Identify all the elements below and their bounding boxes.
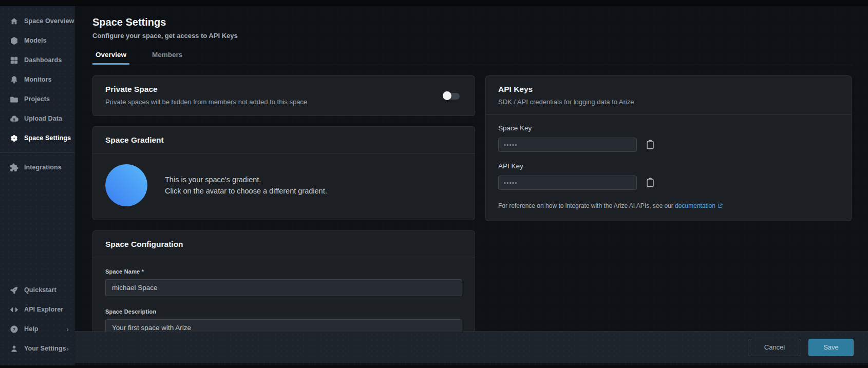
footer-action-bar: Cancel Save bbox=[75, 331, 868, 363]
puzzle-icon bbox=[9, 163, 18, 172]
private-space-toggle[interactable] bbox=[443, 91, 460, 101]
api-key-input[interactable] bbox=[498, 176, 637, 190]
main-content: Space Settings Configure your space, get… bbox=[75, 6, 868, 365]
space-key-label: Space Key bbox=[498, 124, 839, 132]
space-configuration-title: Space Configuration bbox=[105, 240, 462, 249]
sidebar-item-integrations[interactable]: Integrations bbox=[0, 158, 75, 177]
api-keys-footnote: For reference on how to integrate with t… bbox=[498, 202, 839, 209]
sidebar-item-space-settings[interactable]: Space Settings bbox=[0, 128, 75, 148]
sidebar-item-space-overview[interactable]: Space Overview bbox=[0, 11, 75, 31]
sidebar-item-label: Your Settings bbox=[24, 345, 66, 352]
sidebar-item-label: Space Settings bbox=[24, 134, 71, 142]
window-bottom-edge bbox=[0, 365, 868, 368]
sidebar-item-label: Space Overview bbox=[24, 17, 74, 25]
space-name-input[interactable] bbox=[105, 279, 462, 296]
sidebar-item-monitors[interactable]: Monitors bbox=[0, 70, 75, 89]
cube-icon bbox=[9, 36, 18, 45]
sidebar-item-label: Upload Data bbox=[24, 115, 62, 122]
grid-icon bbox=[9, 55, 18, 65]
tab-bar: Overview Members bbox=[92, 48, 852, 65]
sidebar-divider bbox=[0, 152, 75, 153]
gradient-line-2: Click on the avatar to choose a differen… bbox=[165, 185, 327, 197]
svg-text:?: ? bbox=[12, 326, 15, 332]
space-gradient-title: Space Gradient bbox=[105, 135, 462, 145]
footnote-text: For reference on how to integrate with t… bbox=[498, 202, 675, 209]
sidebar-item-quickstart[interactable]: Quickstart bbox=[0, 280, 75, 300]
window-top-edge bbox=[0, 0, 868, 6]
sidebar-item-api-explorer[interactable]: API Explorer bbox=[0, 300, 75, 319]
chevron-right-icon: › bbox=[67, 325, 69, 333]
save-button[interactable]: Save bbox=[808, 339, 854, 356]
private-space-title: Private Space bbox=[105, 85, 462, 94]
cloud-upload-icon bbox=[9, 114, 18, 123]
cancel-button[interactable]: Cancel bbox=[748, 339, 801, 356]
api-keys-card: API Keys SDK / API credentials for loggi… bbox=[485, 75, 852, 221]
question-circle-icon: ? bbox=[9, 324, 18, 334]
sidebar-item-label: Models bbox=[24, 37, 47, 44]
space-description-label: Space Description bbox=[105, 308, 462, 315]
clipboard-icon bbox=[645, 139, 656, 150]
space-name-label: Space Name * bbox=[105, 268, 462, 275]
rocket-icon bbox=[9, 285, 18, 295]
toggle-knob bbox=[443, 91, 451, 100]
sidebar-item-dashboards[interactable]: Dashboards bbox=[0, 50, 75, 70]
person-icon bbox=[9, 344, 18, 353]
documentation-link[interactable]: documentation bbox=[675, 202, 715, 209]
gradient-line-1: This is your space's gradient. bbox=[165, 174, 327, 185]
space-key-input[interactable] bbox=[498, 138, 637, 152]
copy-space-key-button[interactable] bbox=[645, 139, 656, 150]
chevron-right-icon: › bbox=[67, 345, 69, 353]
sidebar-item-your-settings[interactable]: Your Settings › bbox=[0, 339, 75, 358]
bell-icon bbox=[9, 75, 18, 84]
sidebar-item-help[interactable]: ? Help › bbox=[0, 319, 75, 339]
sidebar-item-label: Projects bbox=[24, 95, 50, 103]
space-gradient-card: Space Gradient This is your space's grad… bbox=[92, 126, 475, 220]
sidebar-item-label: Quickstart bbox=[24, 286, 56, 294]
external-link-icon bbox=[717, 202, 723, 209]
tab-members[interactable]: Members bbox=[149, 48, 185, 65]
api-key-label: API Key bbox=[498, 162, 839, 170]
sidebar-item-models[interactable]: Models bbox=[0, 31, 75, 50]
page-subtitle: Configure your space, get access to API … bbox=[92, 32, 852, 40]
sidebar-item-upload-data[interactable]: Upload Data bbox=[0, 109, 75, 128]
space-gradient-avatar[interactable] bbox=[105, 164, 147, 206]
tab-overview[interactable]: Overview bbox=[92, 48, 129, 65]
sidebar-item-label: Integrations bbox=[24, 164, 62, 171]
home-icon bbox=[9, 16, 18, 26]
private-space-description: Private spaces will be hidden from membe… bbox=[105, 98, 462, 106]
api-keys-title: API Keys bbox=[498, 85, 839, 94]
folder-icon bbox=[9, 94, 18, 104]
sidebar-item-label: Help bbox=[24, 325, 39, 333]
gear-flower-icon bbox=[9, 133, 18, 143]
sidebar: Space Overview Models Dashboards Monitor… bbox=[0, 6, 75, 365]
space-gradient-text: This is your space's gradient. Click on … bbox=[165, 174, 327, 197]
copy-api-key-button[interactable] bbox=[645, 177, 656, 188]
sidebar-item-label: API Explorer bbox=[24, 306, 63, 313]
private-space-card: Private Space Private spaces will be hid… bbox=[92, 75, 475, 116]
code-brackets-icon bbox=[9, 305, 18, 314]
sidebar-bottom-group: Quickstart API Explorer ? Help › Your Se bbox=[0, 280, 75, 365]
page-title: Space Settings bbox=[92, 16, 852, 28]
api-keys-subtitle: SDK / API credentials for logging data t… bbox=[498, 98, 839, 106]
sidebar-item-projects[interactable]: Projects bbox=[0, 89, 75, 109]
clipboard-icon bbox=[645, 177, 656, 188]
sidebar-item-label: Monitors bbox=[24, 76, 52, 83]
sidebar-item-label: Dashboards bbox=[24, 56, 62, 64]
